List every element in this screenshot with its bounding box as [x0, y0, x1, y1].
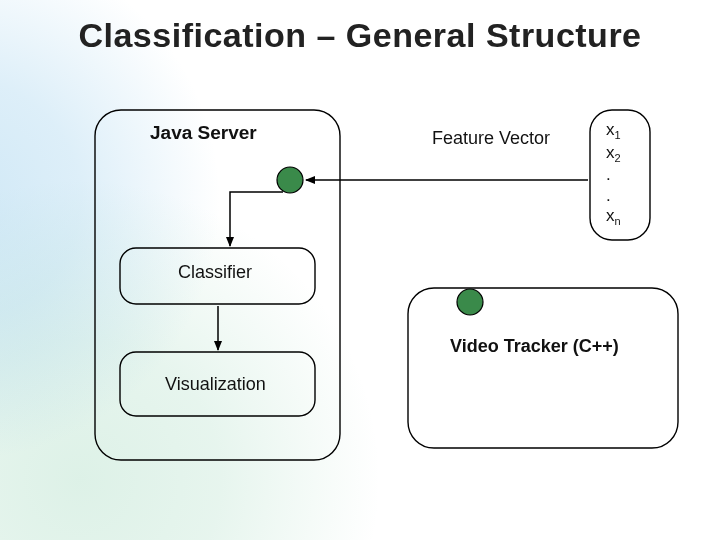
java-server-box: [95, 110, 340, 460]
feature-vector-label: Feature Vector: [432, 128, 550, 149]
endpoint-node-tracker: [457, 289, 483, 315]
visualization-label: Visualization: [165, 374, 266, 395]
feature-vector-item: .: [606, 165, 621, 185]
classifier-label: Classifier: [178, 262, 252, 283]
endpoint-node-java: [277, 167, 303, 193]
java-server-label: Java Server: [150, 122, 257, 144]
feature-vector-item: .: [606, 186, 621, 206]
feature-vector-item: x1: [606, 120, 621, 143]
diagram-canvas: [0, 0, 720, 540]
video-tracker-label: Video Tracker (C++): [450, 336, 619, 357]
feature-vector-item: xn: [606, 206, 621, 229]
feature-vector-item: x2: [606, 143, 621, 166]
arrow-java-to-classifier: [230, 192, 283, 246]
feature-vector-items: x1x2..xn: [606, 120, 621, 229]
video-tracker-box: [408, 288, 678, 448]
